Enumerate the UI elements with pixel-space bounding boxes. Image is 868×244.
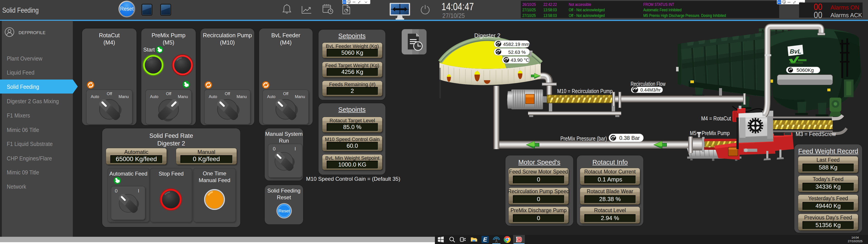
svg-text:5060Kg: 5060Kg — [797, 67, 814, 73]
svg-text:BvL: BvL — [790, 48, 801, 55]
svg-text:Reset: Reset — [278, 209, 290, 213]
svg-text:0.38 Bar: 0.38 Bar — [619, 135, 640, 141]
svg-text:Recirculation Flow: Recirculation Flow — [631, 81, 665, 87]
svg-text:M10 = Recirculation Pump: M10 = Recirculation Pump — [557, 88, 613, 94]
svg-text:M3 = FeedScrew: M3 = FeedScrew — [796, 130, 836, 138]
svg-text:0.44M3/hr: 0.44M3/hr — [640, 87, 661, 92]
svg-text:43.90 °C: 43.90 °C — [510, 57, 529, 63]
svg-text:M4 = RotaCut: M4 = RotaCut — [701, 115, 731, 122]
svg-text:PreMix Pressure (bar): PreMix Pressure (bar) — [560, 135, 607, 142]
svg-text:Digester 2: Digester 2 — [474, 32, 500, 39]
svg-text:4582.19 mm: 4582.19 mm — [503, 41, 530, 47]
svg-text:52.63 %: 52.63 % — [508, 50, 526, 55]
svg-text:M5 = PreMix Pump: M5 = PreMix Pump — [690, 130, 730, 136]
